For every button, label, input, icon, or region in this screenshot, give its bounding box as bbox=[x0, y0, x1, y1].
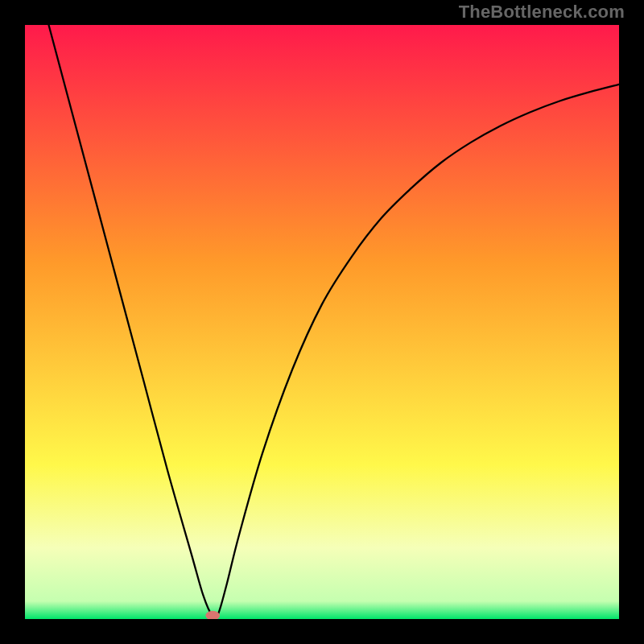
bottleneck-curve-plot bbox=[25, 25, 619, 619]
chart-container: TheBottleneck.com bbox=[0, 0, 644, 644]
watermark-label: TheBottleneck.com bbox=[459, 2, 625, 23]
plot-area bbox=[25, 25, 619, 619]
